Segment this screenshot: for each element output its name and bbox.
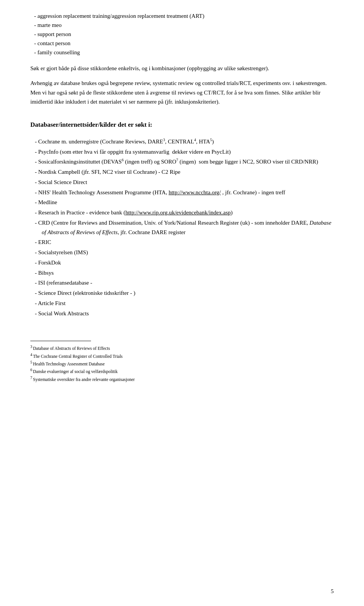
list-item: marte meo [30,20,334,30]
footnote-5: 5 Health Technology Assessment Database [30,360,334,367]
page-number: 5 [331,588,334,595]
list-item: Sosicalforskningsinstituttet (DEVAS6 (in… [30,157,334,167]
list-item: Cochrane m. underregistre (Cochrane Revi… [30,137,334,146]
database-list: Cochrane m. underregistre (Cochrane Revi… [30,137,334,318]
list-item: aggression replacement training/aggressi… [30,11,334,20]
list-item: Social Science Direct [30,178,334,187]
list-item: Nordisk Campbell (jfr. SFI, NC2 viser ti… [30,167,334,177]
list-item: CRD (Centre for Reviews and Disseminatio… [30,218,334,237]
rip-link[interactable]: http://www.rip.org.uk/evidencebank/index… [126,209,231,216]
footnotes: 3 Database of Abstracts of Reviews of Ef… [30,345,334,383]
list-item: PsycInfo (som etter hva vi får oppgitt f… [30,147,334,157]
list-item: ForskDok [30,258,334,268]
list-item: family counselling [30,48,334,57]
footnote-3: 3 Database of Abstracts of Reviews of Ef… [30,345,334,352]
footnote-divider [30,341,91,341]
list-item: Medline [30,198,334,207]
list-item: Socialstyrelsen (IMS) [30,248,334,257]
list-item: Bibsys [30,268,334,278]
ncchta-link[interactable]: http://www.ncchta.org/ [169,189,221,195]
list-item: Social Work Abstracts [30,309,334,318]
footnote-7: 7 Systematiske oversikter fra andre rele… [30,376,334,383]
list-item: ISI (referansedatabase - [30,278,334,288]
list-item: Article First [30,299,334,308]
footnote-6: 6 Danske evalueringer af social og velfæ… [30,368,334,375]
paragraph-2: Avhengig av database brukes også begrepe… [30,79,334,107]
paragraph-1: Søk er gjort både på disse stikkordene e… [30,64,334,73]
list-item: support person [30,30,334,39]
list-item: contact person [30,39,334,48]
page: aggression replacement training/aggressi… [0,0,364,606]
list-item: Science Direct (elektroniske tidsskrifte… [30,288,334,298]
list-item: NHS' Health Technology Assessment Progra… [30,188,334,197]
list-item: ERIC [30,238,334,247]
list-item: Reserach in Practice - evidence bank (ht… [30,208,334,217]
section-heading: Databaser/internettsider/kilder det er s… [30,120,334,129]
footnote-4: 4 The Cochrane Central Register of Contr… [30,353,334,360]
intro-list: aggression replacement training/aggressi… [30,11,334,57]
